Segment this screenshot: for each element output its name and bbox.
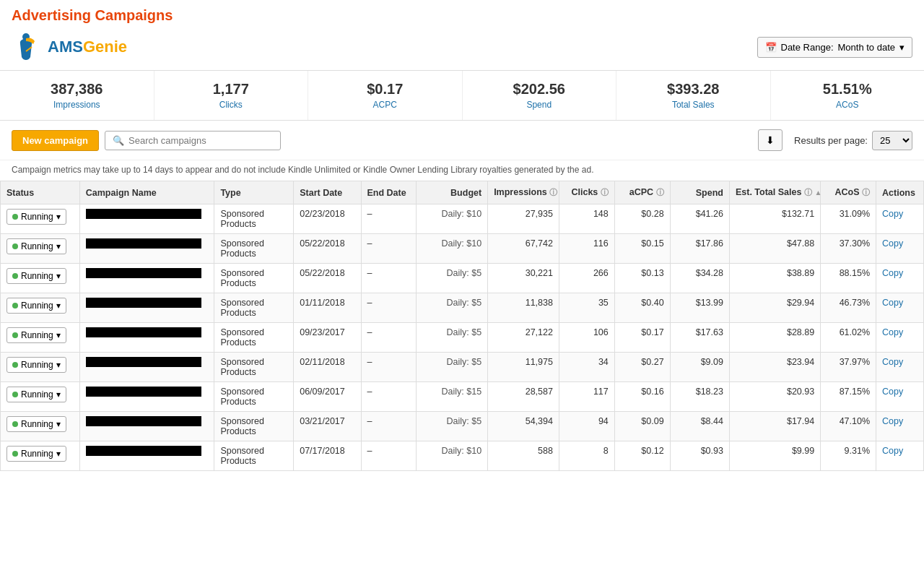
copy-button[interactable]: Copy — [882, 387, 903, 397]
status-badge[interactable]: Running ▾ — [6, 327, 66, 343]
status-dot — [12, 243, 18, 249]
status-cell: Running ▾ — [1, 264, 80, 293]
status-cell: Running ▾ — [1, 382, 80, 412]
budget-cell: Daily: $5 — [417, 264, 488, 293]
type-cell: Sponsored Products — [214, 353, 294, 382]
status-badge[interactable]: Running ▾ — [6, 387, 66, 402]
spend-cell: $0.93 — [670, 441, 729, 471]
table-row: Running ▾ Sponsored Products 01/11/2018 … — [1, 293, 924, 323]
status-label: Running — [21, 241, 53, 251]
spend-cell: $13.99 — [670, 293, 729, 323]
budget-cell: Daily: $5 — [417, 353, 488, 382]
status-label: Running — [21, 419, 53, 429]
status-badge[interactable]: Running ▾ — [6, 238, 66, 254]
clicks-cell: 266 — [559, 264, 614, 293]
copy-button[interactable]: Copy — [882, 238, 903, 249]
copy-button[interactable]: Copy — [882, 327, 903, 337]
type-cell: Sponsored Products — [214, 382, 294, 412]
budget-cell: Daily: $10 — [417, 204, 488, 234]
status-chevron-icon: ▾ — [56, 271, 61, 281]
campaign-name-cell — [79, 353, 214, 382]
status-dot — [12, 303, 18, 309]
acpc-cell: $0.16 — [614, 382, 670, 412]
th-type: Type — [214, 181, 294, 204]
budget-cell: Daily: $10 — [417, 234, 488, 264]
search-box: 🔍 — [105, 131, 281, 150]
stat-value: $393.28 — [624, 81, 763, 98]
status-label: Running — [21, 271, 53, 281]
campaign-name-redacted — [86, 209, 201, 219]
status-label: Running — [21, 389, 53, 400]
date-range-value: Month to date — [838, 42, 896, 53]
copy-button[interactable]: Copy — [882, 209, 903, 219]
end-date-cell: – — [361, 412, 417, 441]
impressions-cell: 11,838 — [488, 293, 559, 323]
type-cell: Sponsored Products — [214, 412, 294, 441]
status-badge[interactable]: Running ▾ — [6, 446, 66, 462]
stat-label: Total Sales — [624, 100, 763, 110]
status-label: Running — [21, 301, 53, 311]
new-campaign-button[interactable]: New campaign — [12, 130, 99, 151]
status-cell: Running ▾ — [1, 323, 80, 353]
status-badge[interactable]: Running ▾ — [6, 268, 66, 284]
status-dot — [12, 332, 18, 338]
copy-button[interactable]: Copy — [882, 298, 903, 308]
status-dot — [12, 392, 18, 397]
th-sales: Est. Total Sales ⓘ ▲ — [729, 181, 820, 204]
status-dot — [12, 273, 18, 279]
stat-item-impressions: 387,386Impressions — [0, 71, 154, 120]
status-chevron-icon: ▾ — [56, 449, 61, 459]
copy-button[interactable]: Copy — [882, 268, 903, 278]
impressions-cell: 28,587 — [488, 382, 559, 412]
status-badge[interactable]: Running ▾ — [6, 416, 66, 432]
th-budget: Budget — [417, 181, 488, 204]
campaign-name-cell — [79, 412, 214, 441]
acpc-cell: $0.12 — [614, 441, 670, 471]
copy-button[interactable]: Copy — [882, 357, 903, 367]
budget-cell: Daily: $15 — [417, 382, 488, 412]
impressions-cell: 27,935 — [488, 204, 559, 234]
impressions-cell: 11,975 — [488, 353, 559, 382]
copy-button[interactable]: Copy — [882, 416, 903, 426]
status-badge[interactable]: Running ▾ — [6, 209, 66, 225]
th-start-date: Start Date — [294, 181, 361, 204]
type-cell: Sponsored Products — [214, 293, 294, 323]
campaign-name-redacted — [86, 357, 201, 367]
date-range-label: Date Range: — [781, 42, 834, 53]
stats-bar: 387,386Impressions1,177Clicks$0.17ACPC$2… — [0, 71, 924, 121]
campaign-name-cell — [79, 323, 214, 353]
status-chevron-icon: ▾ — [56, 419, 61, 429]
status-cell: Running ▾ — [1, 412, 80, 441]
date-range-button[interactable]: 📅 Date Range: Month to date ▾ — [757, 37, 913, 58]
campaign-name-redacted — [86, 298, 201, 308]
spend-cell: $18.23 — [670, 382, 729, 412]
stat-label: ACPC — [315, 100, 455, 110]
copy-button[interactable]: Copy — [882, 446, 903, 456]
campaign-name-cell — [79, 234, 214, 264]
table-row: Running ▾ Sponsored Products 07/17/2018 … — [1, 441, 924, 471]
search-icon: 🔍 — [113, 135, 124, 146]
sales-cell: $38.89 — [729, 264, 820, 293]
acos-cell: 37.30% — [821, 234, 876, 264]
impressions-cell: 67,742 — [488, 234, 559, 264]
status-badge[interactable]: Running ▾ — [6, 357, 66, 373]
status-chevron-icon: ▾ — [56, 330, 61, 340]
th-acos: ACoS ⓘ — [821, 181, 876, 204]
spend-cell: $17.63 — [670, 323, 729, 353]
stat-value: 387,386 — [7, 81, 147, 98]
acpc-cell: $0.27 — [614, 353, 670, 382]
campaign-name-cell — [79, 441, 214, 471]
table-row: Running ▾ Sponsored Products 03/21/2017 … — [1, 412, 924, 441]
acos-cell: 47.10% — [821, 412, 876, 441]
acos-cell: 9.31% — [821, 441, 876, 471]
end-date-cell: – — [361, 441, 417, 471]
results-per-page-select[interactable]: 25 50 100 — [872, 131, 912, 150]
start-date-cell: 06/09/2017 — [294, 382, 361, 412]
chevron-down-icon: ▾ — [899, 42, 905, 53]
end-date-cell: – — [361, 204, 417, 234]
search-input[interactable] — [128, 135, 273, 146]
status-badge[interactable]: Running ▾ — [6, 298, 66, 314]
actions-cell: Copy — [876, 264, 924, 293]
campaign-name-redacted — [86, 238, 201, 249]
download-button[interactable]: ⬇ — [758, 129, 783, 151]
